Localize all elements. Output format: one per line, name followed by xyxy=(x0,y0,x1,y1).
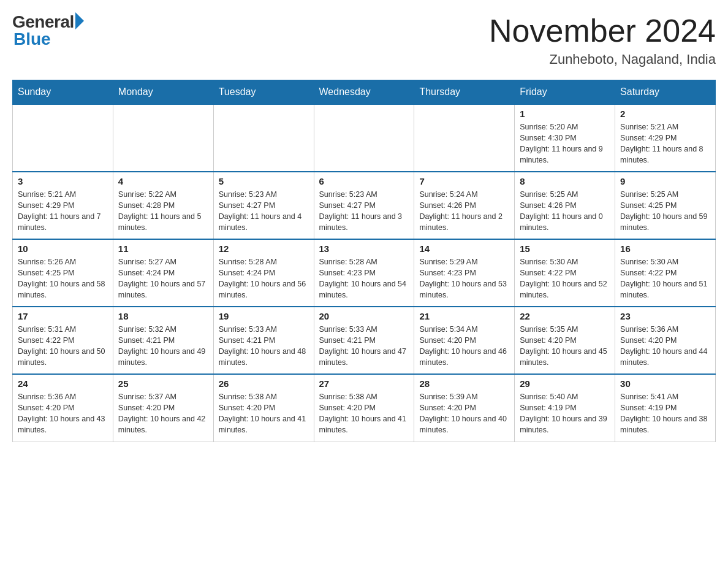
day-info: Sunrise: 5:29 AMSunset: 4:23 PMDaylight:… xyxy=(419,256,509,301)
weekday-header-tuesday: Tuesday xyxy=(213,80,314,105)
weekday-header-monday: Monday xyxy=(113,80,213,105)
location-text: Zunheboto, Nagaland, India xyxy=(489,52,716,67)
weekday-header-friday: Friday xyxy=(515,80,615,105)
day-info: Sunrise: 5:36 AMSunset: 4:20 PMDaylight:… xyxy=(18,391,108,436)
day-number: 13 xyxy=(319,243,409,254)
calendar-cell: 10Sunrise: 5:26 AMSunset: 4:25 PMDayligh… xyxy=(13,239,113,307)
day-info: Sunrise: 5:32 AMSunset: 4:21 PMDaylight:… xyxy=(118,324,208,369)
calendar-cell: 11Sunrise: 5:27 AMSunset: 4:24 PMDayligh… xyxy=(113,239,213,307)
day-number: 23 xyxy=(620,311,710,321)
day-number: 27 xyxy=(319,378,409,389)
day-number: 11 xyxy=(118,243,208,254)
calendar-cell: 25Sunrise: 5:37 AMSunset: 4:20 PMDayligh… xyxy=(113,374,213,442)
day-number: 28 xyxy=(419,378,509,389)
calendar-cell: 24Sunrise: 5:36 AMSunset: 4:20 PMDayligh… xyxy=(13,374,113,442)
day-info: Sunrise: 5:30 AMSunset: 4:22 PMDaylight:… xyxy=(620,256,710,301)
week-row-5: 24Sunrise: 5:36 AMSunset: 4:20 PMDayligh… xyxy=(13,374,716,442)
day-info: Sunrise: 5:25 AMSunset: 4:25 PMDaylight:… xyxy=(620,189,710,234)
day-info: Sunrise: 5:20 AMSunset: 4:30 PMDaylight:… xyxy=(520,121,610,166)
calendar-cell: 7Sunrise: 5:24 AMSunset: 4:26 PMDaylight… xyxy=(414,172,515,239)
day-number: 2 xyxy=(620,109,710,119)
day-info: Sunrise: 5:41 AMSunset: 4:19 PMDaylight:… xyxy=(620,391,710,436)
calendar-cell: 21Sunrise: 5:34 AMSunset: 4:20 PMDayligh… xyxy=(414,307,515,374)
day-number: 20 xyxy=(319,311,409,321)
day-info: Sunrise: 5:40 AMSunset: 4:19 PMDaylight:… xyxy=(520,391,610,436)
day-info: Sunrise: 5:36 AMSunset: 4:20 PMDaylight:… xyxy=(620,324,710,369)
calendar-cell xyxy=(314,104,414,172)
weekday-header-sunday: Sunday xyxy=(13,80,113,105)
day-number: 25 xyxy=(118,378,208,389)
day-info: Sunrise: 5:24 AMSunset: 4:26 PMDaylight:… xyxy=(419,189,509,234)
day-number: 9 xyxy=(620,176,710,186)
day-number: 17 xyxy=(18,311,108,321)
day-number: 21 xyxy=(419,311,509,321)
day-number: 15 xyxy=(520,243,610,254)
day-number: 4 xyxy=(118,176,208,186)
page-header: General Blue November 2024 Zunheboto, Na… xyxy=(12,12,716,67)
day-number: 1 xyxy=(520,109,610,119)
calendar-cell: 2Sunrise: 5:21 AMSunset: 4:29 PMDaylight… xyxy=(615,104,716,172)
day-info: Sunrise: 5:27 AMSunset: 4:24 PMDaylight:… xyxy=(118,256,208,301)
day-info: Sunrise: 5:39 AMSunset: 4:20 PMDaylight:… xyxy=(419,391,509,436)
logo-arrow-icon xyxy=(75,12,84,29)
calendar-cell: 29Sunrise: 5:40 AMSunset: 4:19 PMDayligh… xyxy=(515,374,615,442)
day-info: Sunrise: 5:28 AMSunset: 4:24 PMDaylight:… xyxy=(219,256,309,301)
calendar-cell: 17Sunrise: 5:31 AMSunset: 4:22 PMDayligh… xyxy=(13,307,113,374)
day-info: Sunrise: 5:21 AMSunset: 4:29 PMDaylight:… xyxy=(620,121,710,166)
title-area: November 2024 Zunheboto, Nagaland, India xyxy=(489,12,716,67)
calendar-cell: 26Sunrise: 5:38 AMSunset: 4:20 PMDayligh… xyxy=(213,374,314,442)
calendar-cell: 8Sunrise: 5:25 AMSunset: 4:26 PMDaylight… xyxy=(515,172,615,239)
day-info: Sunrise: 5:33 AMSunset: 4:21 PMDaylight:… xyxy=(319,324,409,369)
day-info: Sunrise: 5:38 AMSunset: 4:20 PMDaylight:… xyxy=(319,391,409,436)
day-number: 3 xyxy=(18,176,108,186)
day-number: 7 xyxy=(419,176,509,186)
day-info: Sunrise: 5:31 AMSunset: 4:22 PMDaylight:… xyxy=(18,324,108,369)
calendar-cell xyxy=(213,104,314,172)
day-info: Sunrise: 5:23 AMSunset: 4:27 PMDaylight:… xyxy=(319,189,409,234)
day-info: Sunrise: 5:28 AMSunset: 4:23 PMDaylight:… xyxy=(319,256,409,301)
day-number: 19 xyxy=(219,311,309,321)
day-info: Sunrise: 5:23 AMSunset: 4:27 PMDaylight:… xyxy=(219,189,309,234)
weekday-header-thursday: Thursday xyxy=(414,80,515,105)
calendar-cell: 5Sunrise: 5:23 AMSunset: 4:27 PMDaylight… xyxy=(213,172,314,239)
calendar-cell: 14Sunrise: 5:29 AMSunset: 4:23 PMDayligh… xyxy=(414,239,515,307)
day-number: 16 xyxy=(620,243,710,254)
calendar-cell: 18Sunrise: 5:32 AMSunset: 4:21 PMDayligh… xyxy=(113,307,213,374)
calendar-cell: 1Sunrise: 5:20 AMSunset: 4:30 PMDaylight… xyxy=(515,104,615,172)
week-row-4: 17Sunrise: 5:31 AMSunset: 4:22 PMDayligh… xyxy=(13,307,716,374)
day-info: Sunrise: 5:22 AMSunset: 4:28 PMDaylight:… xyxy=(118,189,208,234)
calendar-cell: 13Sunrise: 5:28 AMSunset: 4:23 PMDayligh… xyxy=(314,239,414,307)
calendar-cell: 15Sunrise: 5:30 AMSunset: 4:22 PMDayligh… xyxy=(515,239,615,307)
calendar-cell: 23Sunrise: 5:36 AMSunset: 4:20 PMDayligh… xyxy=(615,307,716,374)
day-info: Sunrise: 5:37 AMSunset: 4:20 PMDaylight:… xyxy=(118,391,208,436)
calendar-cell: 30Sunrise: 5:41 AMSunset: 4:19 PMDayligh… xyxy=(615,374,716,442)
logo: General Blue xyxy=(12,12,84,49)
week-row-2: 3Sunrise: 5:21 AMSunset: 4:29 PMDaylight… xyxy=(13,172,716,239)
calendar-cell: 16Sunrise: 5:30 AMSunset: 4:22 PMDayligh… xyxy=(615,239,716,307)
calendar-cell xyxy=(13,104,113,172)
weekday-header-saturday: Saturday xyxy=(615,80,716,105)
weekday-header-wednesday: Wednesday xyxy=(314,80,414,105)
day-info: Sunrise: 5:21 AMSunset: 4:29 PMDaylight:… xyxy=(18,189,108,234)
calendar-cell: 9Sunrise: 5:25 AMSunset: 4:25 PMDaylight… xyxy=(615,172,716,239)
day-number: 24 xyxy=(18,378,108,389)
day-number: 14 xyxy=(419,243,509,254)
month-title: November 2024 xyxy=(489,12,716,49)
day-info: Sunrise: 5:25 AMSunset: 4:26 PMDaylight:… xyxy=(520,189,610,234)
calendar-cell: 22Sunrise: 5:35 AMSunset: 4:20 PMDayligh… xyxy=(515,307,615,374)
calendar-cell xyxy=(414,104,515,172)
day-info: Sunrise: 5:30 AMSunset: 4:22 PMDaylight:… xyxy=(520,256,610,301)
day-number: 30 xyxy=(620,378,710,389)
day-info: Sunrise: 5:38 AMSunset: 4:20 PMDaylight:… xyxy=(219,391,309,436)
calendar-cell: 27Sunrise: 5:38 AMSunset: 4:20 PMDayligh… xyxy=(314,374,414,442)
week-row-3: 10Sunrise: 5:26 AMSunset: 4:25 PMDayligh… xyxy=(13,239,716,307)
weekday-header-row: SundayMondayTuesdayWednesdayThursdayFrid… xyxy=(13,80,716,105)
day-number: 22 xyxy=(520,311,610,321)
calendar-cell: 20Sunrise: 5:33 AMSunset: 4:21 PMDayligh… xyxy=(314,307,414,374)
day-number: 29 xyxy=(520,378,610,389)
calendar-cell: 28Sunrise: 5:39 AMSunset: 4:20 PMDayligh… xyxy=(414,374,515,442)
week-row-1: 1Sunrise: 5:20 AMSunset: 4:30 PMDaylight… xyxy=(13,104,716,172)
calendar-cell: 12Sunrise: 5:28 AMSunset: 4:24 PMDayligh… xyxy=(213,239,314,307)
day-number: 12 xyxy=(219,243,309,254)
day-number: 5 xyxy=(219,176,309,186)
